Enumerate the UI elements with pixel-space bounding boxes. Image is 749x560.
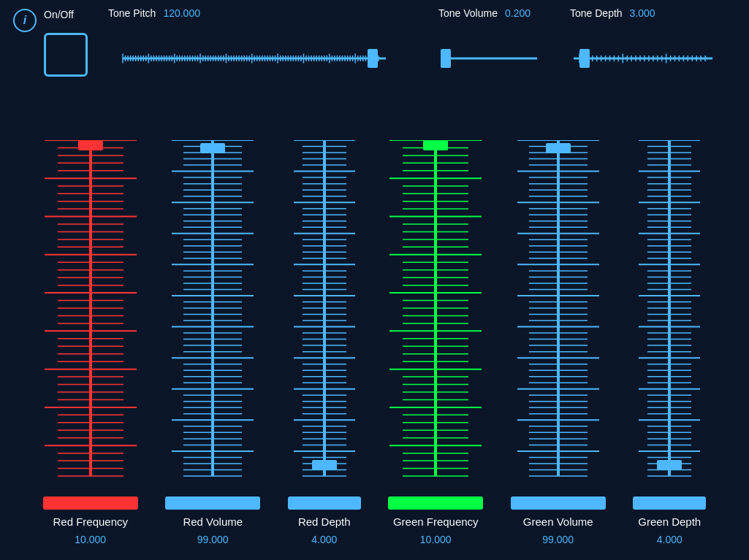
svg-rect-182 (78, 140, 103, 150)
green-frequency-base (388, 496, 483, 510)
red-depth-group: Red Depth 4.000 (288, 140, 361, 545)
svg-rect-343 (423, 140, 448, 150)
tone-volume-slider-svg[interactable] (435, 38, 544, 74)
green-volume-label: Green Volume (523, 515, 593, 528)
tone-volume-group: Tone Volume 0.200 (438, 7, 531, 19)
green-depth-label: Green Depth (638, 515, 701, 528)
red-volume-label: Red Volume (183, 515, 243, 528)
green-volume-slider[interactable] (511, 140, 606, 491)
tone-depth-label: Tone Depth (570, 7, 623, 19)
green-depth-group: Green Depth 4.000 (633, 140, 706, 545)
red-frequency-value: 10.000 (75, 534, 106, 545)
red-frequency-group: Red Frequency 10.000 (43, 140, 138, 545)
on-off-label: On/Off (44, 9, 74, 20)
svg-rect-135 (579, 49, 590, 68)
tone-pitch-value: 120.000 (163, 7, 200, 19)
tone-pitch-slider[interactable] (108, 38, 393, 74)
svg-rect-103 (441, 49, 451, 68)
red-depth-slider[interactable] (288, 140, 361, 491)
tone-pitch-group: Tone Pitch 120.000 (108, 7, 200, 19)
on-off-toggle[interactable] (44, 33, 88, 77)
svg-rect-457 (657, 460, 682, 470)
green-volume-value: 99.000 (542, 534, 574, 545)
red-volume-slider[interactable] (165, 140, 260, 491)
svg-rect-400 (546, 143, 571, 153)
tone-volume-slider[interactable] (435, 38, 544, 74)
red-frequency-base (43, 496, 138, 510)
green-depth-value: 4.000 (657, 534, 683, 545)
info-icon[interactable]: i (13, 9, 37, 32)
tone-volume-value: 0.200 (505, 7, 531, 19)
svg-rect-239 (200, 143, 225, 153)
red-volume-value: 99.000 (197, 534, 229, 545)
red-depth-label: Red Depth (298, 515, 351, 528)
tone-depth-value: 3.000 (630, 7, 655, 19)
green-frequency-value: 10.000 (420, 534, 452, 545)
red-frequency-slider[interactable] (43, 140, 138, 491)
green-frequency-slider[interactable] (388, 140, 483, 491)
red-volume-base (165, 496, 260, 510)
tone-depth-slider[interactable] (566, 38, 720, 74)
tone-pitch-slider-svg[interactable] (108, 38, 393, 74)
red-depth-value: 4.000 (311, 534, 337, 545)
red-depth-base (288, 496, 361, 510)
red-volume-group: Red Volume 99.000 (165, 140, 260, 545)
top-bar: i On/Off Tone Pitch 120.000 Tone Volume … (0, 0, 749, 95)
green-frequency-group: Green Frequency 10.000 (388, 140, 483, 545)
main-area: Red Frequency 10.000 Red Volume 99.000 (0, 95, 749, 560)
green-frequency-label: Green Frequency (393, 515, 479, 528)
svg-rect-101 (368, 49, 378, 68)
green-volume-group: Green Volume 99.000 (511, 140, 606, 545)
green-volume-base (511, 496, 606, 510)
green-depth-slider[interactable] (633, 140, 706, 491)
tone-depth-group: Tone Depth 3.000 (570, 7, 655, 19)
red-frequency-label: Red Frequency (53, 515, 128, 528)
green-depth-base (633, 496, 706, 510)
tone-depth-slider-svg[interactable] (566, 38, 720, 74)
svg-rect-296 (312, 460, 337, 470)
tone-volume-label: Tone Volume (438, 7, 498, 19)
tone-pitch-label: Tone Pitch (108, 7, 156, 19)
